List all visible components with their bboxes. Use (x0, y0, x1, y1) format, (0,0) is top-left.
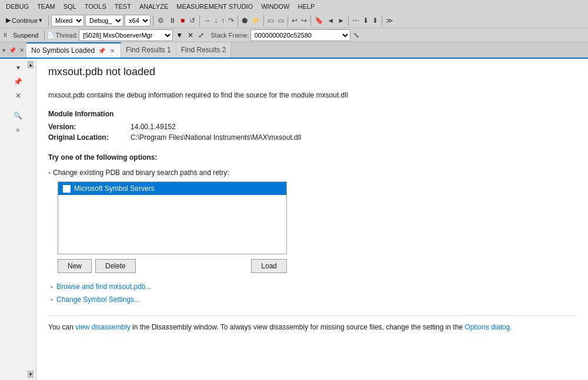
menu-test[interactable]: TEST (111, 2, 135, 11)
toolbar-separator-3 (199, 15, 200, 26)
continue-button[interactable]: ▶ Continue ▾ (2, 15, 46, 25)
toolbar-icon-1[interactable]: ⚙ (156, 16, 166, 25)
toolbar-icon-pause[interactable]: ⏸ (167, 16, 178, 25)
step-over-icon[interactable]: → (202, 16, 212, 25)
tab-find-results-2[interactable]: Find Results 2 (176, 42, 232, 58)
next-bookmark-icon[interactable]: ► (336, 16, 346, 25)
breakpoint-icon[interactable]: ⬟ (240, 16, 249, 25)
dropdown-arrow-icon: ▾ (39, 16, 42, 24)
thread-label: Thread: (55, 32, 78, 39)
play-icon: ▶ (6, 16, 11, 24)
menu-analyze[interactable]: ANALYZE (136, 2, 172, 11)
thread-dropdown[interactable]: [5028] MxsObserverMgr (79, 29, 173, 41)
window-icon-1[interactable]: ▭ (266, 16, 275, 25)
download-icon-1[interactable]: ⬇ (362, 16, 370, 25)
suspend-button[interactable]: Suspend (9, 31, 42, 40)
prev-bookmark-icon[interactable]: ◄ (326, 16, 335, 25)
toolbar-separator-1 (48, 15, 49, 26)
menu-help[interactable]: HELP (294, 2, 318, 11)
tab-find-results-1-label: Find Results 1 (126, 46, 171, 54)
tab-close-all-icon[interactable]: ✕ (18, 46, 25, 55)
page-icon: 📄 (47, 32, 54, 38)
stack-more-icon[interactable]: ⤡ (352, 31, 361, 39)
suspend-icon: ⏸ (2, 32, 8, 38)
run-to-cursor-icon[interactable]: ↷ (227, 16, 235, 25)
toolbar-separator-4 (238, 15, 238, 26)
filter-clear-icon[interactable]: ✕ (186, 31, 195, 39)
toolbar-separator-9 (382, 15, 382, 26)
toolbar-separator-8 (348, 15, 349, 26)
menu-sql[interactable]: SQL (60, 2, 80, 11)
step-out-icon[interactable]: ↑ (220, 16, 226, 25)
tab-find-results-2-label: Find Results 2 (181, 46, 226, 54)
menu-measurement-studio[interactable]: MEASUREMENT STUDIO (173, 2, 256, 11)
download-icon-2[interactable]: ⬇ (371, 16, 379, 25)
config-dropdown-debug[interactable]: Debug_ (85, 15, 123, 26)
menu-tools[interactable]: TOOLS (81, 2, 110, 11)
debug-bar: ⏸ Suspend 📄 Thread: [5028] MxsObserverMg… (0, 28, 588, 42)
more-icon[interactable]: ⋯ (351, 16, 360, 25)
suspend-label: Suspend (13, 32, 38, 39)
step-into-icon[interactable]: ↓ (213, 16, 219, 25)
toolbar-row-1: ▶ Continue ▾ Mixed Debug_ x64 ⚙ ⏸ ■ ↺ → … (0, 13, 588, 28)
menu-window[interactable]: WINDOW (258, 2, 293, 11)
toolbar-separator-7 (310, 15, 311, 26)
tab-bar-pins: ▾ 📌 ✕ (0, 42, 26, 58)
tab-no-symbols[interactable]: No Symbols Loaded 📌 ✕ (26, 42, 121, 58)
tab-no-symbols-label: No Symbols Loaded (31, 46, 95, 55)
toolbar-icon-restart[interactable]: ↺ (188, 16, 197, 25)
config-dropdown-mixed[interactable]: Mixed (51, 15, 84, 26)
overflow-icon[interactable]: ≫ (385, 16, 395, 25)
filter-icon[interactable]: ▼ (174, 31, 185, 39)
tab-nav-down-icon[interactable]: ▾ (1, 46, 6, 55)
redo-icon[interactable]: ↪ (300, 16, 308, 25)
tab-pin-icon[interactable]: 📌 (8, 46, 17, 55)
menu-bar: DEBUG TEAM SQL TOOLS TEST ANALYZE MEASUR… (0, 0, 588, 13)
window-icon-2[interactable]: ▭ (276, 16, 285, 25)
stack-frame-dropdown[interactable]: 0000000020c52580 (250, 29, 350, 41)
menu-team[interactable]: TEAM (34, 2, 59, 11)
toolbar-separator-6 (288, 15, 288, 26)
bookmark-icon[interactable]: 🔖 (313, 16, 325, 25)
tab-no-symbols-close-icon[interactable]: ✕ (109, 48, 116, 54)
debug-separator-1 (44, 30, 45, 41)
tab-find-results-1[interactable]: Find Results 1 (121, 42, 176, 58)
toolbar-separator-5 (263, 15, 264, 26)
stack-frame-label: Stack Frame: (211, 32, 249, 39)
toolbar-separator-2 (153, 15, 153, 26)
toolbar-icon-stop[interactable]: ■ (179, 16, 186, 25)
continue-label: Continue (12, 17, 38, 24)
undo-icon[interactable]: ↩ (290, 16, 299, 25)
config-dropdown-x64[interactable]: x64 (125, 15, 151, 26)
more-tools-icon[interactable]: ⚡ (250, 16, 261, 25)
expand-icon[interactable]: ⤢ (196, 31, 206, 39)
tab-no-symbols-pin-icon[interactable]: 📌 (97, 48, 106, 54)
menu-debug[interactable]: DEBUG (2, 2, 32, 11)
